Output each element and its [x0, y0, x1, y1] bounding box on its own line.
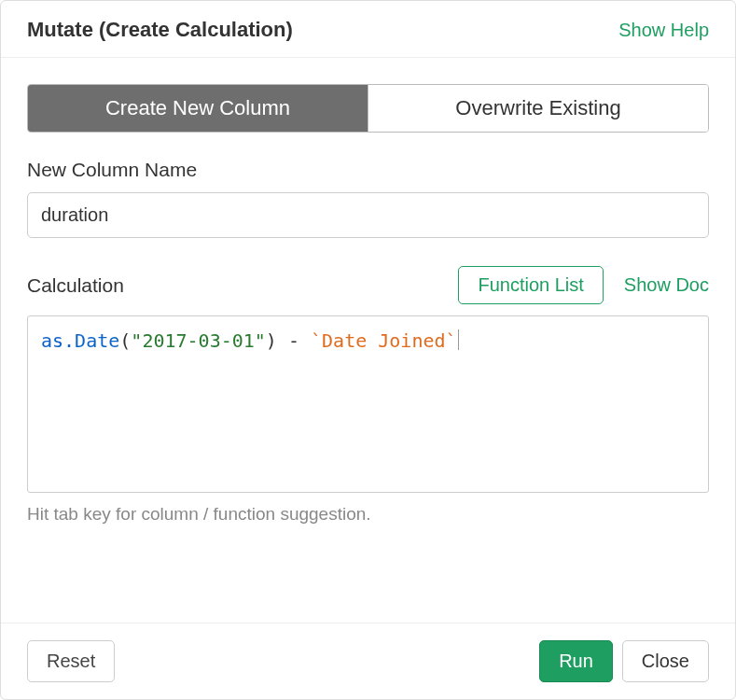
code-token-minus: -	[288, 329, 299, 352]
code-token-space	[299, 329, 311, 352]
text-cursor	[458, 329, 459, 350]
column-name-label: New Column Name	[27, 159, 709, 181]
code-token-func: as.Date	[41, 329, 119, 352]
dialog-header: Mutate (Create Calculation) Show Help	[1, 1, 735, 58]
code-token-string: "2017-03-01"	[131, 329, 266, 352]
tab-overwrite-existing[interactable]: Overwrite Existing	[368, 85, 708, 132]
show-doc-link[interactable]: Show Doc	[624, 274, 709, 296]
dialog-content: Create New Column Overwrite Existing New…	[1, 58, 735, 623]
dialog-title: Mutate (Create Calculation)	[27, 18, 293, 42]
code-token-paren-close: )	[266, 329, 277, 352]
code-token-column: `Date Joined`	[311, 329, 457, 352]
calculation-actions: Function List Show Doc	[458, 266, 709, 304]
reset-button[interactable]: Reset	[27, 640, 115, 682]
show-help-link[interactable]: Show Help	[618, 20, 709, 41]
mutate-dialog: Mutate (Create Calculation) Show Help Cr…	[0, 0, 736, 700]
tab-create-new-column[interactable]: Create New Column	[28, 85, 368, 132]
calculation-editor[interactable]: as.Date("2017-03-01") - `Date Joined`	[27, 315, 709, 493]
close-button[interactable]: Close	[622, 640, 709, 682]
footer-right-group: Run Close	[539, 640, 709, 682]
calculation-label: Calculation	[27, 274, 124, 297]
code-token-space	[277, 329, 288, 352]
run-button[interactable]: Run	[539, 640, 613, 682]
calculation-header: Calculation Function List Show Doc	[27, 266, 709, 304]
code-token-paren-open: (	[119, 329, 131, 352]
dialog-footer: Reset Run Close	[1, 623, 735, 699]
editor-hint: Hit tab key for column / function sugges…	[27, 504, 709, 525]
column-name-input[interactable]	[27, 192, 709, 238]
function-list-button[interactable]: Function List	[458, 266, 603, 304]
mode-tab-group: Create New Column Overwrite Existing	[27, 84, 709, 133]
